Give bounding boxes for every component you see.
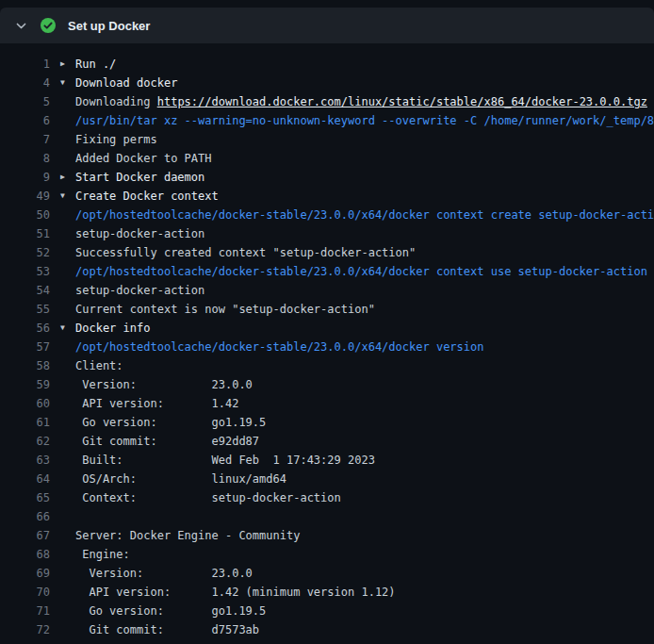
disclosure-triangle-icon[interactable]: ▼	[60, 319, 75, 338]
line-number[interactable]: 9	[0, 168, 50, 187]
log-gutter-spacer	[60, 375, 75, 394]
line-number[interactable]: 51	[0, 224, 50, 243]
log-gutter-spacer	[60, 583, 75, 602]
log-text: API version: 1.42 (minimum version 1.12)	[75, 583, 654, 602]
log-gutter-spacer	[60, 620, 75, 639]
log-line: 60 API version: 1.42	[0, 394, 654, 413]
log-gutter-spacer	[60, 262, 75, 281]
log-text: Create Docker context	[75, 187, 654, 206]
log-segment: Git commit: d7573ab	[75, 623, 259, 636]
disclosure-triangle-icon[interactable]: ▼	[60, 74, 75, 92]
log-segment: Start Docker daemon	[75, 171, 204, 184]
log-line: 54setup-docker-action	[0, 281, 654, 300]
line-number[interactable]: 70	[0, 583, 50, 602]
log-line: 9▶Start Docker daemon	[0, 168, 654, 187]
log-text: Go version: go1.19.5	[75, 413, 654, 432]
step-title: Set up Docker	[68, 19, 150, 33]
log-segment: Go version: go1.19.5	[75, 416, 266, 429]
log-text: Context: setup-docker-action	[75, 488, 654, 507]
log-link[interactable]: https://download.docker.com/linux/static…	[157, 95, 647, 108]
log-text: Download docker	[75, 74, 654, 92]
line-number[interactable]: 5	[0, 92, 50, 111]
line-number[interactable]: 69	[0, 564, 50, 583]
log-text: Docker info	[75, 319, 654, 338]
log-segment: Engine:	[75, 548, 130, 561]
log-segment: Fixing perms	[75, 133, 157, 146]
line-number[interactable]: 67	[0, 526, 50, 545]
line-number[interactable]: 53	[0, 262, 50, 281]
log-text: Client:	[75, 356, 654, 375]
disclosure-triangle-icon[interactable]: ▶	[60, 168, 75, 187]
disclosure-triangle-icon[interactable]: ▶	[60, 55, 75, 74]
log-gutter-spacer	[60, 526, 75, 545]
line-number[interactable]: 55	[0, 300, 50, 319]
line-number[interactable]: 71	[0, 602, 50, 620]
disclosure-triangle-icon[interactable]: ▼	[60, 187, 75, 206]
line-number[interactable]: 59	[0, 375, 50, 394]
log-gutter-spacer	[60, 338, 75, 356]
log-text: Git commit: d7573ab	[75, 620, 654, 639]
line-number[interactable]: 6	[0, 111, 50, 130]
log-segment: Current context is now "setup-docker-act…	[75, 303, 375, 316]
line-number[interactable]: 68	[0, 545, 50, 564]
log-line: 1▶Run ./	[0, 55, 654, 74]
log-text: Downloading https://download.docker.com/…	[75, 92, 654, 111]
log-text: Fixing perms	[75, 130, 654, 149]
log-gutter-spacer	[60, 206, 75, 224]
line-number[interactable]: 72	[0, 620, 50, 639]
line-number[interactable]: 50	[0, 206, 50, 224]
log-gutter-spacer	[60, 149, 75, 168]
line-number[interactable]: 58	[0, 356, 50, 375]
log-text: setup-docker-action	[75, 224, 654, 243]
line-number[interactable]: 63	[0, 451, 50, 470]
line-number[interactable]: 60	[0, 394, 50, 413]
log-segment: Create Docker context	[75, 190, 219, 203]
log-line: 7Fixing perms	[0, 130, 654, 149]
log-segment: /opt/hostedtoolcache/docker-stable/23.0.…	[75, 340, 483, 354]
line-number[interactable]: 1	[0, 55, 50, 74]
log-line: 61 Go version: go1.19.5	[0, 413, 654, 432]
log-text: Built: Wed Feb 1 17:43:29 2023	[75, 451, 654, 470]
log-line: 49▼Create Docker context	[0, 187, 654, 206]
log-text: Go version: go1.19.5	[75, 602, 654, 620]
log-segment: Download docker	[75, 76, 177, 90]
log-segment: Built: Wed Feb 1 17:43:29 2023	[75, 454, 375, 467]
log-line: 67Server: Docker Engine - Community	[0, 526, 654, 545]
line-number[interactable]: 57	[0, 338, 50, 356]
log-line: 62 Git commit: e92dd87	[0, 432, 654, 451]
log-gutter-spacer	[60, 111, 75, 130]
log-line: 6/usr/bin/tar xz --warning=no-unknown-ke…	[0, 111, 654, 130]
log-gutter-spacer	[60, 432, 75, 451]
line-number[interactable]: 62	[0, 432, 50, 451]
line-number[interactable]: 8	[0, 149, 50, 168]
success-check-icon	[41, 18, 56, 33]
log-segment: Version: 23.0.0	[75, 378, 253, 391]
line-number[interactable]: 4	[0, 74, 50, 92]
line-number[interactable]: 64	[0, 470, 50, 488]
log-segment: Successfully created context "setup-dock…	[75, 246, 416, 259]
line-number[interactable]: 54	[0, 281, 50, 300]
step-header[interactable]: Set up Docker	[0, 8, 654, 43]
log-gutter-spacer	[60, 394, 75, 413]
line-number[interactable]: 7	[0, 130, 50, 149]
line-number[interactable]: 56	[0, 319, 50, 338]
line-number[interactable]: 49	[0, 187, 50, 206]
log-line: 4▼Download docker	[0, 74, 654, 92]
log-segment: /opt/hostedtoolcache/docker-stable/23.0.…	[75, 265, 647, 278]
chevron-down-icon[interactable]	[15, 20, 27, 32]
log-segment: setup-docker-action	[75, 284, 204, 297]
log-line: 64 OS/Arch: linux/amd64	[0, 470, 654, 488]
line-number[interactable]: 52	[0, 243, 50, 262]
log-text	[75, 507, 654, 526]
log-line: 72 Git commit: d7573ab	[0, 620, 654, 639]
line-number[interactable]: 66	[0, 507, 50, 526]
log-text: Version: 23.0.0	[75, 564, 654, 583]
log-text: /opt/hostedtoolcache/docker-stable/23.0.…	[75, 338, 654, 356]
log-line: 51setup-docker-action	[0, 224, 654, 243]
line-number[interactable]: 65	[0, 488, 50, 507]
log-line: 55Current context is now "setup-docker-a…	[0, 300, 654, 319]
log-gutter-spacer	[60, 224, 75, 243]
log-line: 69 Version: 23.0.0	[0, 564, 654, 583]
log-line: 68 Engine:	[0, 545, 654, 564]
line-number[interactable]: 61	[0, 413, 50, 432]
